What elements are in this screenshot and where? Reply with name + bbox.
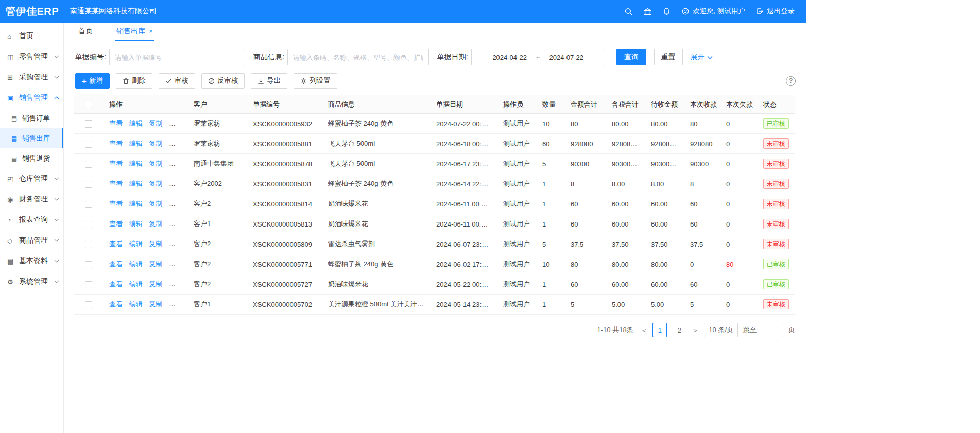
view-link[interactable]: 查看 — [109, 300, 123, 308]
delete-link[interactable]: 删除 — [169, 300, 182, 308]
copy-link[interactable]: 复制 — [149, 220, 162, 228]
search-button[interactable]: 查询 — [616, 49, 646, 65]
sidebar-item-sales-return[interactable]: ▤ 销售退货 — [0, 148, 63, 168]
unaudit-button[interactable]: 反审核 — [201, 73, 245, 89]
column-settings-button[interactable]: 列设置 — [294, 73, 337, 89]
view-link[interactable]: 查看 — [109, 260, 123, 268]
edit-link[interactable]: 编辑 — [129, 140, 143, 147]
help-icon[interactable]: ? — [786, 76, 796, 86]
home-icon[interactable] — [643, 7, 652, 16]
sidebar-item-product[interactable]: ◇ 商品管理 — [0, 230, 63, 251]
logout-button[interactable]: 退出登录 — [755, 7, 795, 16]
row-checkbox[interactable] — [85, 141, 92, 148]
date-start[interactable]: 2024-04-22 — [492, 54, 527, 61]
welcome-user[interactable]: 欢迎您, 测试用户 — [681, 7, 745, 16]
add-button[interactable]: + 新增 — [75, 73, 110, 89]
page-button-2[interactable]: 2 — [672, 323, 686, 337]
row-checkbox[interactable] — [85, 261, 92, 268]
sidebar-item-warehouse[interactable]: ◰ 仓库管理 — [0, 168, 63, 189]
sidebar-item-home[interactable]: ⌂ 首页 — [0, 26, 63, 46]
search-icon[interactable] — [624, 7, 633, 16]
row-checkbox[interactable] — [85, 120, 92, 128]
copy-link[interactable]: 复制 — [149, 200, 162, 207]
sidebar-item-report[interactable]: ◔ 报表查询 — [0, 210, 63, 230]
select-all-checkbox[interactable] — [85, 101, 92, 108]
sidebar-item-finance[interactable]: ◉ 财务管理 — [0, 189, 63, 210]
delete-link[interactable]: 删除 — [169, 140, 182, 147]
edit-link[interactable]: 编辑 — [129, 240, 143, 248]
copy-link[interactable]: 复制 — [149, 119, 162, 127]
sidebar-item-retail[interactable]: ◫ 零售管理 — [0, 46, 63, 67]
delete-link[interactable]: 删除 — [169, 119, 182, 127]
view-link[interactable]: 查看 — [109, 160, 123, 167]
view-link[interactable]: 查看 — [109, 140, 123, 147]
delete-link[interactable]: 删除 — [169, 280, 182, 288]
copy-link[interactable]: 复制 — [149, 180, 162, 187]
jump-page-input[interactable] — [762, 323, 783, 337]
edit-link[interactable]: 编辑 — [129, 280, 143, 288]
expand-toggle[interactable]: 展开 — [691, 53, 713, 62]
view-link[interactable]: 查看 — [109, 240, 123, 248]
bell-icon[interactable] — [662, 7, 671, 16]
next-page-icon[interactable]: > — [692, 326, 699, 334]
row-checkbox[interactable] — [85, 301, 92, 308]
delete-link[interactable]: 删除 — [169, 240, 182, 248]
row-checkbox[interactable] — [85, 221, 92, 228]
amount-total-cell: 5 — [564, 295, 606, 315]
page-button-1[interactable]: 1 — [652, 323, 667, 337]
copy-link[interactable]: 复制 — [149, 140, 162, 147]
home-icon: ⌂ — [7, 32, 16, 40]
delete-link[interactable]: 删除 — [169, 180, 182, 187]
sidebar-item-basic-data[interactable]: ▤ 基本资料 — [0, 251, 63, 271]
reset-button[interactable]: 重置 — [654, 49, 683, 65]
copy-link[interactable]: 复制 — [149, 160, 162, 167]
edit-link[interactable]: 编辑 — [129, 160, 143, 167]
audit-button[interactable]: 审核 — [159, 73, 195, 89]
prev-page-icon[interactable]: < — [641, 326, 648, 334]
copy-link[interactable]: 复制 — [149, 300, 162, 308]
row-checkbox[interactable] — [85, 201, 92, 208]
row-checkbox[interactable] — [85, 281, 92, 288]
delete-link[interactable]: 删除 — [169, 160, 182, 167]
sidebar-item-sales-order[interactable]: ▤ 销售订单 — [0, 108, 63, 128]
view-link[interactable]: 查看 — [109, 280, 123, 288]
view-link[interactable]: 查看 — [109, 119, 123, 127]
tab-close-icon[interactable]: × — [149, 28, 153, 34]
sidebar-item-system[interactable]: ⚙ 系统管理 — [0, 271, 63, 292]
tab-sales-outbound[interactable]: 销售出库 × — [115, 23, 154, 41]
edit-link[interactable]: 编辑 — [129, 260, 143, 268]
delete-link[interactable]: 删除 — [169, 220, 182, 228]
view-link[interactable]: 查看 — [109, 180, 123, 187]
sidebar-item-sales[interactable]: ▣ 销售管理 — [0, 88, 63, 108]
trash-icon — [123, 78, 129, 84]
edit-link[interactable]: 编辑 — [129, 180, 143, 187]
view-link[interactable]: 查看 — [109, 220, 123, 228]
copy-link[interactable]: 复制 — [149, 240, 162, 248]
edit-link[interactable]: 编辑 — [129, 119, 143, 127]
delete-link[interactable]: 删除 — [169, 260, 182, 268]
date-range-picker[interactable]: 2024-04-22 ~ 2024-07-22 — [471, 49, 605, 65]
bill-no-cell: XSCK00000005831 — [247, 174, 322, 194]
row-checkbox[interactable] — [85, 161, 92, 168]
bill-no-input[interactable] — [109, 49, 245, 65]
sidebar-item-sales-outbound[interactable]: ▤ 销售出库 — [0, 128, 63, 148]
product-info-input[interactable] — [287, 49, 429, 65]
tab-home[interactable]: 首页 — [77, 23, 94, 41]
page-size-select[interactable]: 10 条/页 — [704, 323, 738, 337]
amount-total-cell: 90300 — [564, 154, 606, 174]
product-cell: 奶油味爆米花 — [322, 214, 430, 234]
delete-link[interactable]: 删除 — [169, 200, 182, 207]
edit-link[interactable]: 编辑 — [129, 200, 143, 207]
date-end[interactable]: 2024-07-22 — [549, 54, 583, 61]
row-checkbox[interactable] — [85, 241, 92, 248]
copy-link[interactable]: 复制 — [149, 280, 162, 288]
view-link[interactable]: 查看 — [109, 200, 123, 207]
export-button[interactable]: 导出 — [251, 73, 287, 89]
copy-link[interactable]: 复制 — [149, 260, 162, 268]
edit-link[interactable]: 编辑 — [129, 300, 143, 308]
delete-button[interactable]: 删除 — [116, 73, 152, 89]
row-actions-cell: 查看 编辑 复制 删除 — [103, 295, 187, 315]
sidebar-item-purchase[interactable]: ⊞ 采购管理 — [0, 67, 63, 88]
row-checkbox[interactable] — [85, 181, 92, 188]
edit-link[interactable]: 编辑 — [129, 220, 143, 228]
